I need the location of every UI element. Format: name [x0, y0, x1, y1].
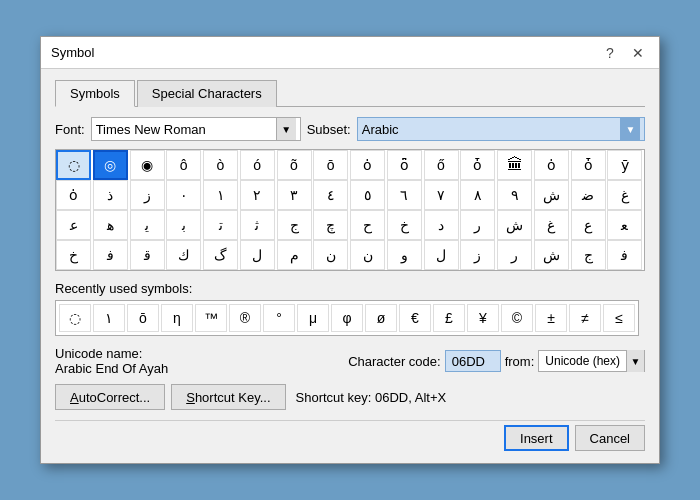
recent-cell[interactable]: ± [535, 304, 567, 332]
symbol-cell[interactable]: ò [203, 150, 238, 180]
symbol-cell[interactable]: ﻗ [130, 240, 165, 270]
recent-cell[interactable]: ¥ [467, 304, 499, 332]
symbol-cell[interactable]: ó [240, 150, 275, 180]
symbol-cell[interactable]: ﺩ [424, 210, 459, 240]
symbol-cell[interactable]: ٤ [313, 180, 348, 210]
symbol-cell[interactable]: ٠ [166, 180, 201, 210]
char-code-input[interactable] [445, 350, 501, 372]
symbol-cell[interactable]: ﻉ [571, 210, 606, 240]
help-button[interactable]: ? [599, 42, 621, 64]
symbol-cell[interactable]: ȳ [607, 150, 642, 180]
symbol-cell[interactable]: ﭺ [313, 210, 348, 240]
symbol-cell[interactable]: ٣ [277, 180, 312, 210]
recent-cell[interactable]: ١ [93, 304, 125, 332]
cancel-button[interactable]: Cancel [575, 425, 645, 451]
font-input[interactable] [96, 122, 276, 137]
symbol-cell[interactable]: ő [424, 150, 459, 180]
symbol-cell[interactable]: ﺑ [166, 210, 201, 240]
symbol-cell[interactable]: غ [607, 180, 642, 210]
recent-cell[interactable]: © [501, 304, 533, 332]
symbol-cell[interactable]: ﺡ [350, 210, 385, 240]
symbol-cell[interactable]: ﺭ [497, 240, 532, 270]
symbol-cell[interactable]: ﺛ [240, 210, 275, 240]
tab-bar: Symbols Special Characters [55, 79, 645, 107]
symbol-cell[interactable]: ȱ [460, 150, 495, 180]
symbol-cell[interactable]: ﻋ [56, 210, 91, 240]
recent-cell[interactable]: ō [127, 304, 159, 332]
shortcut-key-button[interactable]: Shortcut Key... [171, 384, 285, 410]
close-button[interactable]: ✕ [627, 42, 649, 64]
symbol-cell[interactable]: ȯ [534, 150, 569, 180]
symbol-cell[interactable]: ز [130, 180, 165, 210]
symbol-cell[interactable]: ﻳ [130, 210, 165, 240]
tab-symbols[interactable]: Symbols [55, 80, 135, 107]
symbol-cell[interactable]: ﻝ [240, 240, 275, 270]
recent-cell[interactable]: ø [365, 304, 397, 332]
symbol-cell[interactable]: ﺝ [571, 240, 606, 270]
symbol-cell[interactable]: ◌ [56, 150, 91, 180]
recent-cell[interactable]: £ [433, 304, 465, 332]
symbol-cell[interactable]: ﻓ [607, 240, 642, 270]
symbol-cell[interactable]: ﺵ [534, 240, 569, 270]
symbol-cell[interactable]: ٢ [240, 180, 275, 210]
symbol-cell[interactable]: ﻝ [424, 240, 459, 270]
subset-combo[interactable]: Arabic ▼ [357, 117, 645, 141]
symbol-cell[interactable]: ١ [203, 180, 238, 210]
symbol-cell[interactable]: ō [313, 150, 348, 180]
autocorrect-button[interactable]: AutoCorrect... [55, 384, 165, 410]
symbol-cell[interactable]: ﺿ [571, 180, 606, 210]
symbol-cell[interactable]: ﻭ [387, 240, 422, 270]
font-combo-arrow[interactable]: ▼ [276, 118, 296, 140]
recent-cell[interactable]: ° [263, 304, 295, 332]
symbol-cell[interactable]: ȯ [350, 150, 385, 180]
symbol-cell[interactable]: ﮒ [203, 240, 238, 270]
recent-cell[interactable]: ≠ [569, 304, 601, 332]
font-combo[interactable]: ▼ [91, 117, 301, 141]
symbol-cell[interactable]: ﻌ [607, 210, 642, 240]
symbol-cell[interactable]: ﻫ [93, 210, 128, 240]
symbol-cell[interactable]: ﻙ [166, 240, 201, 270]
symbol-cell[interactable]: ٨ [460, 180, 495, 210]
symbol-cell[interactable]: ﻥ [313, 240, 348, 270]
unicode-name-value: Arabic End Of Ayah [55, 361, 168, 376]
symbol-cell[interactable]: ﻓ [93, 240, 128, 270]
symbol-cell[interactable]: ﻡ [277, 240, 312, 270]
symbol-cell[interactable]: ô [166, 150, 201, 180]
recent-cell[interactable]: φ [331, 304, 363, 332]
symbol-cell[interactable]: ٧ [424, 180, 459, 210]
symbol-cell[interactable]: ﺭ [460, 210, 495, 240]
symbol-cell[interactable]: ◎ [93, 150, 128, 180]
recent-cell[interactable]: ◌ [59, 304, 91, 332]
symbol-cell[interactable]: ﻥ [350, 240, 385, 270]
insert-button[interactable]: Insert [504, 425, 569, 451]
symbol-cell[interactable]: ﺯ [460, 240, 495, 270]
recent-cell[interactable]: ® [229, 304, 261, 332]
symbol-cell[interactable]: ȯ [56, 180, 91, 210]
symbol-cell[interactable]: ﺥ [56, 240, 91, 270]
recent-cell[interactable]: η [161, 304, 193, 332]
recent-cell[interactable]: μ [297, 304, 329, 332]
symbol-cell[interactable]: ﺵ [497, 210, 532, 240]
from-combo-arrow[interactable]: ▼ [626, 350, 644, 372]
symbol-cell[interactable]: ◉ [130, 150, 165, 180]
symbol-cell[interactable]: õ [277, 150, 312, 180]
recent-cell[interactable]: ≤ [603, 304, 635, 332]
symbol-cell[interactable]: ﺥ [387, 210, 422, 240]
symbol-cell[interactable]: ﻍ [534, 210, 569, 240]
tab-special-characters[interactable]: Special Characters [137, 80, 277, 107]
symbol-grid: ◌ ◎ ◉ ô ò ó õ ō ȯ ȫ ő ȱ 🏛 ȯ ȱ ȳ ȯ ذ ز ٠ … [55, 149, 645, 271]
symbol-cell[interactable]: ٦ [387, 180, 422, 210]
symbol-cell[interactable]: ﺝ [277, 210, 312, 240]
symbol-cell[interactable]: ȫ [387, 150, 422, 180]
recent-cell[interactable]: € [399, 304, 431, 332]
symbol-cell[interactable]: ﺗ [203, 210, 238, 240]
symbol-cell[interactable]: 🏛 [497, 150, 532, 180]
symbol-cell[interactable]: ٩ [497, 180, 532, 210]
symbol-cell[interactable]: ȱ [571, 150, 606, 180]
subset-combo-arrow[interactable]: ▼ [620, 118, 640, 140]
from-combo[interactable]: Unicode (hex) ▼ [538, 350, 645, 372]
symbol-cell[interactable]: ٥ [350, 180, 385, 210]
recent-cell[interactable]: ™ [195, 304, 227, 332]
symbol-cell[interactable]: ﺵ [534, 180, 569, 210]
symbol-cell[interactable]: ذ [93, 180, 128, 210]
